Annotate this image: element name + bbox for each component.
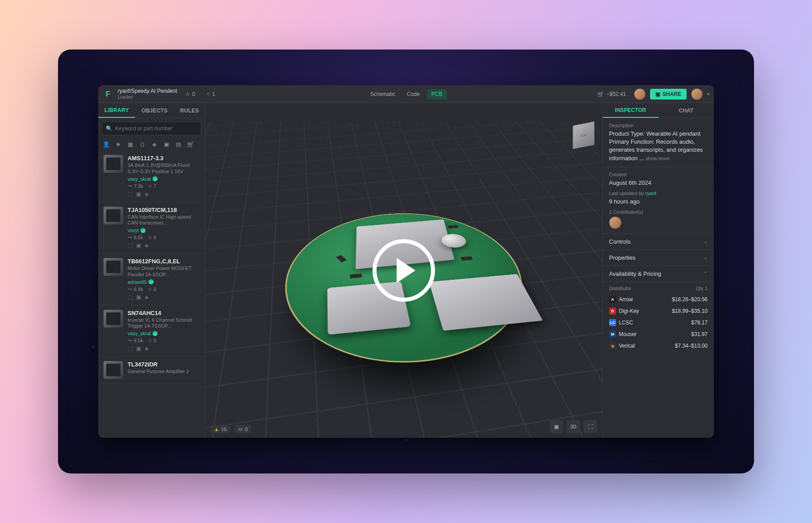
updated-by-link[interactable]: ryanf: [645, 191, 656, 196]
model-icon[interactable]: ◈: [145, 294, 149, 300]
person-icon[interactable]: 👤: [103, 141, 110, 148]
part-author[interactable]: vasy_skral: [128, 331, 199, 336]
part-description: CAN Interface IC High-speed CAN transcei…: [128, 214, 199, 227]
search-icon: 🔍: [106, 125, 112, 132]
comment-count: 0: [245, 427, 248, 432]
distributor-row[interactable]: ◆Verical $7.34–$13.00: [609, 340, 708, 352]
distributor-price: $7.34–$13.00: [675, 343, 708, 349]
package-icon[interactable]: ▣: [163, 141, 170, 148]
project-status: Loaded: [118, 95, 177, 100]
tab-rules[interactable]: RULES: [174, 103, 205, 118]
cube-icon[interactable]: ◈: [151, 141, 158, 148]
cart-button[interactable]: 🛒 ~$52.41: [594, 89, 630, 99]
accordion-pricing[interactable]: Availability & Pricing ⌃: [603, 266, 714, 282]
app-logo[interactable]: F: [103, 89, 113, 100]
fork-button[interactable]: ⑂ 1: [203, 89, 219, 99]
code-icon[interactable]: ⟨⟩: [139, 141, 146, 148]
download-icon[interactable]: ⬚: [128, 345, 133, 352]
user-menu-avatar[interactable]: [691, 88, 703, 100]
part-item[interactable]: SN74AHC14 Inverter IC 6 Channel Schmitt …: [98, 305, 205, 357]
distributor-row[interactable]: DDigi-Key $18.99–$35.10: [609, 305, 708, 317]
distributor-row[interactable]: MMouser $31.97: [609, 328, 708, 340]
download-icon[interactable]: ⬚: [128, 242, 133, 249]
model-icon[interactable]: ◈: [145, 242, 149, 249]
tab-chat[interactable]: CHAT: [659, 103, 714, 118]
part-name: TB6612FNG,C,8,EL: [128, 258, 199, 265]
footprint-icon[interactable]: ▣: [136, 242, 141, 249]
tab-inspector[interactable]: INSPECTOR: [603, 103, 659, 118]
distributor-row[interactable]: AArrow $18.26–$20.56: [609, 294, 708, 305]
part-author[interactable]: adrian95: [128, 279, 199, 285]
footprint-icon[interactable]: ▣: [136, 294, 141, 300]
chevron-down-icon[interactable]: ▾: [707, 91, 709, 96]
search-input[interactable]: [115, 125, 197, 132]
distributor-icon: D: [609, 307, 616, 315]
part-thumbnail: [104, 361, 123, 379]
3d-label: 3D: [570, 424, 576, 429]
fullscreen-icon: ⛶: [588, 424, 593, 429]
pricing-label: Availability & Pricing: [609, 270, 661, 277]
usage-count: 〜 7.3k: [128, 183, 143, 190]
cart-filter-icon[interactable]: 🛒: [187, 141, 194, 148]
star-button[interactable]: ☆ 0: [182, 89, 199, 99]
dist-header: Distributor: [609, 286, 631, 291]
grid-toggle-button[interactable]: ▦: [550, 420, 563, 433]
controls-label: Controls: [609, 238, 630, 245]
part-name: SN74AHC14: [128, 310, 199, 316]
play-button[interactable]: [373, 239, 435, 302]
show-more-button[interactable]: show more: [646, 156, 670, 161]
parts-list[interactable]: AMS1117-3.3 1A 8mA 1.3V@800mA Fixed 3.3V…: [98, 150, 205, 438]
comments-chip[interactable]: ▭ 0: [235, 425, 251, 433]
updated-label: Last updated by: [609, 191, 644, 196]
breadcrumb[interactable]: ryanf/Speedy AI Pendent Loaded: [118, 88, 177, 99]
tab-schematic[interactable]: Schematic: [366, 89, 400, 99]
distributor-row[interactable]: LCLCSC $78.17: [609, 317, 708, 328]
nav-cube[interactable]: TOP: [573, 121, 594, 149]
distributor-price: $18.99–$35.10: [672, 308, 708, 314]
star-filter-icon[interactable]: ★: [115, 141, 122, 148]
footprint-icon[interactable]: ▣: [136, 191, 141, 197]
part-item[interactable]: TB6612FNG,C,8,EL Motor Driver Power MOSF…: [98, 253, 205, 305]
tab-objects[interactable]: OBJECTS: [135, 103, 174, 118]
grid-icon[interactable]: ▦: [127, 141, 134, 148]
comment-icon: ▭: [238, 426, 243, 432]
download-icon[interactable]: ⬚: [128, 294, 133, 300]
footprint-icon[interactable]: ▣: [136, 345, 141, 352]
app-window: F ryanf/Speedy AI Pendent Loaded ☆ 0 ⑂ 1…: [98, 85, 714, 438]
star-count: ☆ 0: [148, 338, 156, 344]
tab-code[interactable]: Code: [402, 89, 424, 99]
avatar-small[interactable]: [634, 88, 646, 100]
view-mode-tabs: Schematic Code PCB: [366, 89, 447, 99]
tab-library[interactable]: LIBRARY: [98, 103, 135, 118]
contributor-avatar[interactable]: [609, 216, 621, 229]
accordion-properties[interactable]: Properties ⌄: [603, 250, 714, 266]
contributors-label: 1 Contributor(s): [609, 209, 708, 215]
created-value: August 6th 2024: [609, 179, 708, 187]
model-icon[interactable]: ◈: [145, 345, 149, 352]
share-button[interactable]: ▣ SHARE: [650, 89, 687, 100]
model-icon[interactable]: ◈: [145, 191, 149, 197]
usage-count: 〜 6.5k: [128, 337, 143, 344]
part-item[interactable]: TL3472IDR General Purpose Amplifier 2: [98, 357, 205, 384]
left-panel: LIBRARY OBJECTS RULES 🔍 👤 ★ ▦ ⟨⟩ ◈ ▣ ▤ 🛒: [98, 103, 205, 438]
fullscreen-button[interactable]: ⛶: [584, 420, 597, 433]
updated-value: 9 hours ago: [609, 198, 708, 206]
schematic-icon[interactable]: ▤: [175, 141, 182, 148]
3d-toggle-button[interactable]: 3D: [567, 420, 580, 433]
tab-pcb[interactable]: PCB: [427, 89, 447, 99]
chat-bubble-icon: ▣: [655, 91, 660, 97]
part-author[interactable]: vasy_skral: [128, 176, 199, 182]
part-thumbnail: [104, 258, 123, 276]
distributor-name: Digi-Key: [619, 308, 639, 314]
search-box[interactable]: 🔍: [102, 122, 201, 135]
part-author[interactable]: vasyl: [128, 228, 199, 233]
part-item[interactable]: AMS1117-3.3 1A 8mA 1.3V@800mA Fixed 3.3V…: [98, 150, 205, 202]
part-item[interactable]: TJA1050T/CM,118 CAN Interface IC High-sp…: [98, 202, 205, 254]
download-icon[interactable]: ⬚: [128, 191, 133, 197]
viewport-3d[interactable]: TOP ▲ 15 ▭ 0 ▦ 3D ⛶: [205, 103, 602, 438]
warnings-chip[interactable]: ▲ 15: [211, 425, 230, 433]
distributor-price: $78.17: [691, 320, 708, 326]
accordion-controls[interactable]: Controls ⌄: [603, 234, 714, 250]
fork-count: 1: [212, 91, 215, 97]
part-description: 1A 8mA 1.3V@800mA Fixed 3.3V~3.3V Positi…: [128, 162, 199, 175]
